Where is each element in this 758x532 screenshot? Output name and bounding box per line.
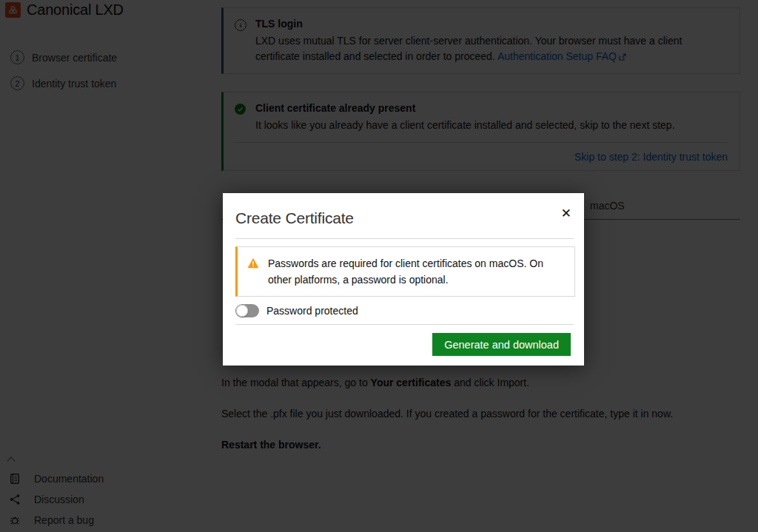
warning-icon — [247, 255, 259, 288]
password-protected-toggle[interactable] — [235, 304, 259, 317]
toggle-label: Password protected — [266, 305, 358, 317]
modal-title: Create Certificate — [235, 208, 572, 228]
close-icon[interactable]: ✕ — [558, 206, 574, 221]
modal-footer: Generate and download — [223, 325, 584, 366]
warning-text: Passwords are required for client certif… — [268, 255, 566, 288]
password-warning-notification: Passwords are required for client certif… — [235, 246, 575, 297]
generate-and-download-button[interactable]: Generate and download — [432, 333, 571, 356]
modal-divider — [235, 238, 574, 239]
password-protected-row: Password protected — [235, 303, 571, 317]
toggle-knob — [236, 305, 248, 317]
modal-header: Create Certificate ✕ — [223, 193, 584, 238]
create-certificate-modal: Create Certificate ✕ Passwords are requi… — [223, 193, 584, 366]
